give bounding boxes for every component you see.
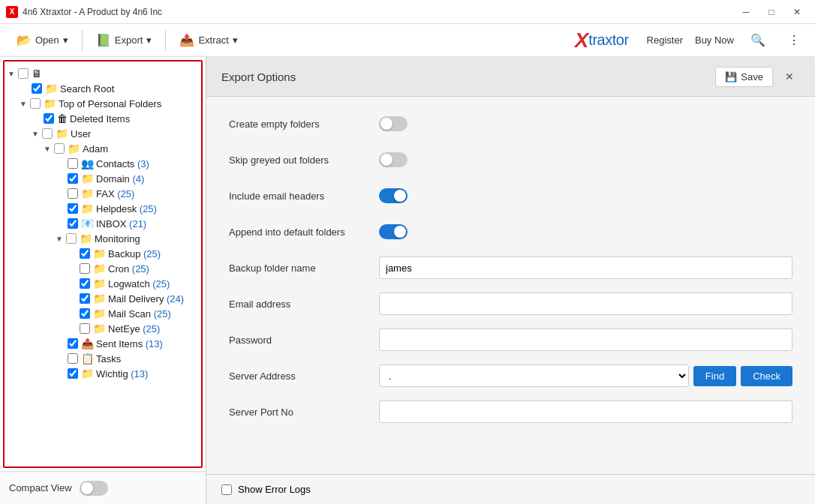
export-button[interactable]: 📗 Export ▾ [89,28,160,52]
minimize-button[interactable]: ─ [734,0,758,24]
input-server-port-no[interactable] [379,400,792,423]
tree-item-fax[interactable]: 📁FAX (25) [5,186,201,201]
form-row-append-default: Append into default folders [229,220,792,244]
tree-item-monitoring[interactable]: ▼📁Monitoring [5,231,201,246]
tree-checkbox-top-personal[interactable] [30,98,41,109]
tree-item-mail-delivery[interactable]: 📁Mail Delivery (24) [5,291,201,306]
tree-item-neteye[interactable]: 📁NetEye (25) [5,321,201,336]
tree-label-logwatch: Logwatch (25) [108,278,170,290]
export-close-button[interactable]: ✕ [779,66,800,87]
tree-arrow[interactable]: ▼ [8,70,18,78]
register-link[interactable]: Register [647,34,683,46]
form-row-server-address: Server Address.FindCheck [229,364,792,388]
tree-checkbox-mail-scan[interactable] [80,308,90,319]
tree-checkbox-root[interactable] [18,68,29,79]
tree-label-deleted-items: Deleted Items [70,113,130,124]
tree-item-top-personal[interactable]: ▼📁Top of Personal Folders [5,96,201,111]
folder-tree[interactable]: ▼🖥📁Search Root▼📁Top of Personal Folders🗑… [3,60,203,468]
toolbar-right: Register Buy Now 🔍 ⋮ [647,28,806,52]
restore-button[interactable]: □ [759,0,783,24]
form-row-skip-greyed: Skip greyed out folders [229,148,792,172]
open-button[interactable]: 📂 Open ▾ [9,28,76,52]
tree-checkbox-fax[interactable] [68,188,78,199]
input-password[interactable] [379,328,792,351]
show-error-logs-checkbox[interactable] [221,484,232,495]
input-email-address[interactable] [379,292,792,315]
tree-arrow[interactable]: ▼ [20,100,30,108]
toggle-create-empty-folders[interactable] [379,116,408,131]
toggle-include-email-headers[interactable] [379,188,408,203]
tree-count-inbox: (21) [126,218,146,230]
tree-folder-icon-mail-delivery: 📁 [93,292,106,304]
tree-checkbox-deleted-items[interactable] [44,113,54,124]
tree-item-deleted-items[interactable]: 🗑Deleted Items [5,111,201,126]
tree-arrow[interactable]: ▼ [44,145,54,153]
find-button[interactable]: Find [693,366,736,386]
header-actions: 💾 Save ✕ [715,66,800,87]
tree-item-sent-items[interactable]: 📤Sent Items (13) [5,336,201,351]
compact-view-toggle[interactable] [80,481,108,496]
tree-count-contacts: (3) [134,158,149,170]
tree-folder-icon-tasks: 📋 [81,352,94,364]
form-row-server-port-no: Server Port No [229,400,792,424]
tree-arrow[interactable]: ▼ [56,235,66,243]
tree-checkbox-backup[interactable] [80,248,90,259]
menu-icon-button[interactable]: ⋮ [782,28,806,52]
tree-checkbox-user[interactable] [42,128,53,139]
tree-checkbox-domain[interactable] [68,173,78,184]
tree-checkbox-inbox[interactable] [68,218,78,229]
tree-checkbox-contacts[interactable] [68,158,78,169]
extract-icon: 📤 [179,33,194,47]
tree-checkbox-cron[interactable] [80,263,90,274]
open-dropdown-icon: ▾ [63,34,68,46]
form-label-server-address: Server Address [229,370,379,382]
tree-arrow[interactable]: ▼ [32,130,42,138]
tree-item-contacts[interactable]: 👥Contacts (3) [5,156,201,171]
tree-checkbox-search-root[interactable] [32,83,42,94]
tree-checkbox-tasks[interactable] [68,353,78,364]
form-label-append-default: Append into default folders [229,226,379,238]
tree-checkbox-mail-delivery[interactable] [80,293,90,304]
tree-folder-icon-cron: 📁 [93,262,106,274]
input-backup-folder-name[interactable] [379,256,792,279]
tree-checkbox-monitoring[interactable] [66,233,77,244]
tree-label-tasks: Tasks [96,353,121,364]
toggle-append-default[interactable] [379,224,408,239]
tree-label-mail-scan: Mail Scan (25) [108,308,171,320]
tree-item-tasks[interactable]: 📋Tasks [5,351,201,366]
tree-item-search-root[interactable]: 📁Search Root [5,81,201,96]
save-button[interactable]: 💾 Save [715,67,773,87]
tree-item-backup[interactable]: 📁Backup (25) [5,246,201,261]
tree-item-wichtig[interactable]: 📁Wichtig (13) [5,366,201,381]
tree-checkbox-adam[interactable] [54,143,65,154]
tree-checkbox-neteye[interactable] [80,323,90,334]
tree-item-mail-scan[interactable]: 📁Mail Scan (25) [5,306,201,321]
tree-count-mail-delivery: (24) [164,293,184,304]
sidebar: ▼🖥📁Search Root▼📁Top of Personal Folders🗑… [0,57,206,504]
select-server-address[interactable]: . [379,364,689,387]
tree-checkbox-helpdesk[interactable] [68,203,78,214]
tree-item-cron[interactable]: 📁Cron (25) [5,261,201,276]
tree-item-root[interactable]: ▼🖥 [5,66,201,81]
tree-label-top-personal: Top of Personal Folders [59,98,161,110]
search-icon-button[interactable]: 🔍 [746,28,770,52]
tree-checkbox-logwatch[interactable] [80,278,90,289]
extract-button[interactable]: 📤 Extract ▾ [172,28,245,52]
tree-item-adam[interactable]: ▼📁Adam [5,141,201,156]
tree-item-inbox[interactable]: 📧INBOX (21) [5,216,201,231]
tree-item-helpdesk[interactable]: 📁Helpdesk (25) [5,201,201,216]
tree-folder-icon-fax: 📁 [81,188,94,200]
app-icon: X [6,6,18,18]
tree-item-domain[interactable]: 📁Domain (4) [5,171,201,186]
tree-label-cron: Cron (25) [108,263,149,274]
tree-item-user[interactable]: ▼📁User [5,126,201,141]
tree-folder-icon-mail-scan: 📁 [93,308,106,320]
toggle-skip-greyed[interactable] [379,152,408,167]
tree-checkbox-wichtig[interactable] [68,368,78,379]
buy-now-link[interactable]: Buy Now [695,34,734,46]
close-window-button[interactable]: ✕ [785,0,809,24]
tree-checkbox-sent-items[interactable] [68,338,78,349]
check-button[interactable]: Check [741,366,792,386]
tree-item-logwatch[interactable]: 📁Logwatch (25) [5,276,201,291]
tree-label-neteye: NetEye (25) [108,323,160,334]
